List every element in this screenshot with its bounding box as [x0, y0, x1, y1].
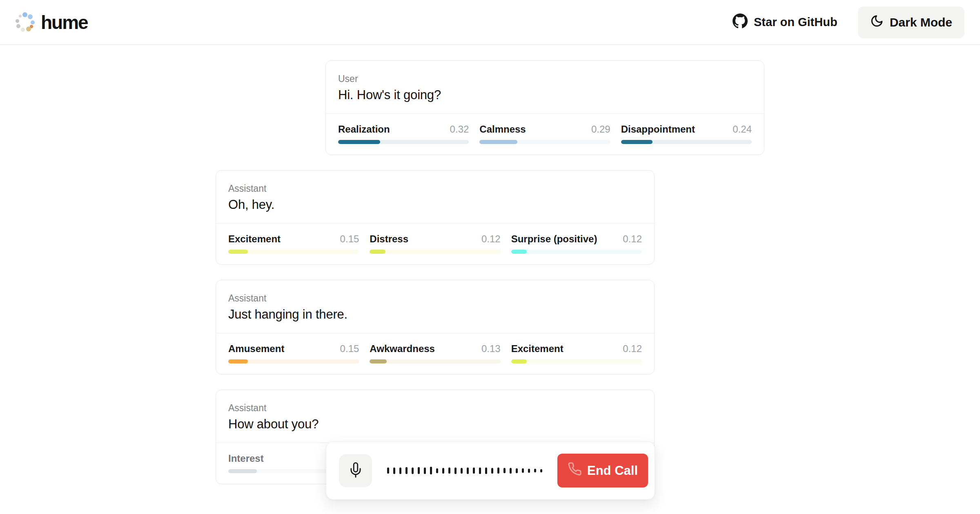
waveform-bar [393, 467, 395, 474]
waveform-bar [430, 467, 432, 474]
message-role-label: Assistant [228, 183, 642, 194]
message-card: Assistant Oh, hey. Excitement 0.15 Distr… [216, 170, 655, 265]
header-nav: Star on GitHub Dark Mode [733, 7, 964, 38]
end-call-button[interactable]: End Call [557, 454, 648, 487]
message-text: How about you? [228, 416, 642, 432]
waveform-bar [503, 468, 506, 473]
logo-dot [31, 20, 35, 24]
dark-mode-label: Dark Mode [890, 16, 952, 29]
logo-dot [16, 24, 20, 28]
emotion-bar-track [479, 140, 610, 144]
emotion-label: Amusement [228, 343, 284, 354]
emotion-value: 0.12 [623, 233, 642, 245]
waveform-bar [491, 468, 493, 474]
star-on-github-label: Star on GitHub [754, 16, 837, 29]
emotion-bar-track [338, 140, 469, 144]
message-card: Assistant Just hanging in there. Amuseme… [216, 280, 655, 374]
emotion-item: Calmness 0.29 [479, 124, 610, 144]
emotion-scores: Amusement 0.15 Awkwardness 0.13 Exciteme… [216, 333, 654, 374]
emotion-item: Excitement 0.15 [228, 233, 359, 254]
emotion-label: Calmness [479, 124, 526, 135]
waveform-bar [522, 468, 524, 473]
message-text: Hi. How's it going? [338, 87, 752, 103]
emotion-value: 0.32 [450, 124, 469, 135]
emotion-bar-fill [370, 250, 385, 254]
emotion-label: Interest [228, 453, 264, 464]
waveform-bar [516, 468, 518, 473]
emotion-bar-fill [511, 250, 527, 254]
waveform-bar [467, 467, 469, 474]
emotion-label: Excitement [228, 233, 281, 245]
waveform-bar [387, 467, 389, 474]
waveform-bar [497, 467, 499, 474]
emotion-label: Distress [370, 233, 408, 245]
emotion-value: 0.13 [481, 343, 501, 354]
emotion-item: Excitement 0.12 [511, 343, 642, 363]
waveform-bar [448, 467, 450, 474]
logo-dot [28, 14, 33, 19]
emotion-label: Awkwardness [370, 343, 435, 354]
waveform-bar [528, 469, 530, 473]
emotion-bar-track [370, 359, 500, 363]
logo-dot [21, 28, 25, 32]
waveform-bar [405, 467, 408, 474]
emotion-bar-track [370, 250, 500, 254]
emotion-bar-fill [511, 359, 527, 363]
waveform-bar [424, 467, 426, 474]
emotion-bar-track [228, 250, 359, 254]
dark-mode-toggle-button[interactable]: Dark Mode [858, 7, 964, 38]
emotion-label: Realization [338, 124, 390, 135]
waveform-bar [485, 467, 487, 474]
message-role-label: User [338, 73, 752, 84]
call-control-bar: End Call [326, 441, 655, 500]
waveform-bar [412, 467, 414, 474]
emotion-item: Realization 0.32 [338, 124, 469, 144]
emotion-scores: Excitement 0.15 Distress 0.12 Surprise (… [216, 223, 654, 264]
logo-dot [19, 15, 22, 18]
hume-logo[interactable]: hume [16, 11, 88, 33]
waveform-bar [510, 468, 512, 474]
star-on-github-link[interactable]: Star on GitHub [733, 13, 837, 31]
audio-waveform [372, 467, 557, 474]
emotion-bar-track [621, 140, 752, 144]
emotion-bar-track [511, 359, 642, 363]
emotion-bar-track [511, 250, 642, 254]
emotion-item: Surprise (positive) 0.12 [511, 233, 642, 254]
waveform-bar [454, 467, 457, 474]
waveform-bar [473, 467, 475, 474]
waveform-bar [418, 467, 420, 474]
emotion-bar-fill [338, 140, 380, 144]
waveform-bar [442, 468, 444, 474]
logo-dot [26, 27, 31, 31]
waveform-bar [540, 469, 542, 472]
message-text: Just hanging in there. [228, 306, 642, 323]
message-role-label: Assistant [228, 402, 642, 414]
mute-microphone-button[interactable] [339, 454, 372, 487]
emotion-value: 0.12 [481, 233, 501, 245]
microphone-icon [348, 462, 363, 479]
end-call-label: End Call [587, 463, 638, 478]
emotion-value: 0.15 [340, 233, 359, 245]
waveform-bar [436, 468, 438, 473]
logo-dot [16, 19, 19, 23]
brand-wordmark: hume [41, 11, 88, 33]
emotion-item: Amusement 0.15 [228, 343, 359, 363]
emotion-bar-fill [228, 469, 257, 473]
emotion-bar-track [228, 359, 359, 363]
emotion-bar-fill [228, 250, 248, 254]
emotion-value: 0.15 [340, 343, 359, 354]
waveform-bar [479, 467, 481, 474]
emotion-label: Excitement [511, 343, 564, 354]
moon-icon [870, 14, 884, 31]
github-icon [733, 13, 748, 31]
emotion-bar-fill [228, 359, 248, 363]
waveform-bar [461, 468, 463, 474]
message-role-label: Assistant [228, 292, 642, 304]
emotion-bar-fill [370, 359, 387, 363]
message-list: User Hi. How's it going? Realization 0.3… [216, 60, 764, 484]
emotion-bar-fill [479, 140, 517, 144]
emotion-value: 0.29 [591, 124, 610, 135]
emotion-scores: Realization 0.32 Calmness 0.29 Disappoin… [326, 113, 764, 155]
emotion-label: Surprise (positive) [511, 233, 597, 245]
hume-logo-dots-icon [16, 13, 34, 32]
